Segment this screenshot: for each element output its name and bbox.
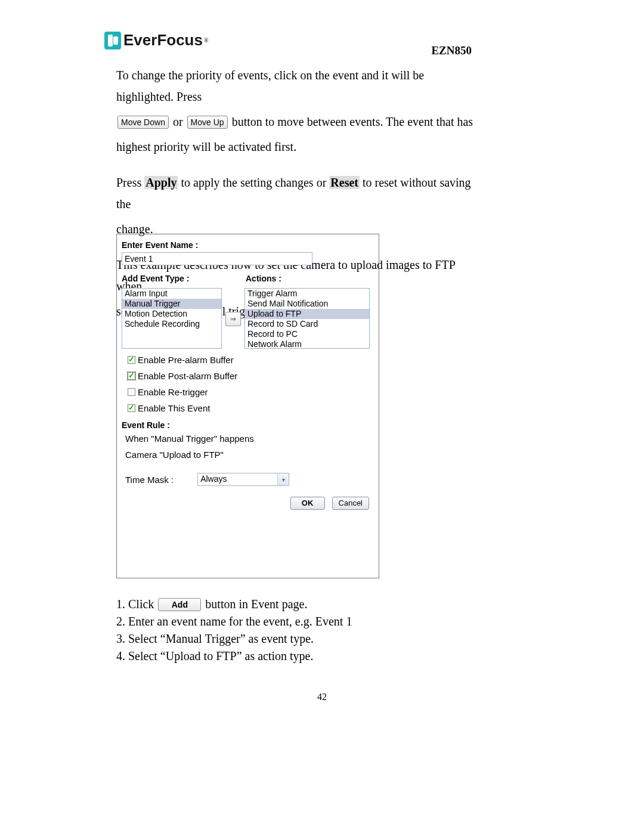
enable-post-alarm-label: Enable Post-alarm Buffer <box>138 371 237 381</box>
event-type-option[interactable]: Manual Trigger <box>122 299 221 309</box>
event-type-option[interactable]: Alarm Input <box>122 289 221 299</box>
brand-logo: EverFocus ® <box>104 31 209 49</box>
event-type-option[interactable]: Motion Detection <box>122 309 221 319</box>
para1-or: or <box>173 115 186 128</box>
step1-a: 1. Click <box>116 597 157 611</box>
action-option[interactable]: Record to SD Card <box>245 319 369 329</box>
step2: 2. Enter an event name for the event, e.… <box>116 614 352 630</box>
enable-post-alarm-checkbox[interactable] <box>128 372 135 380</box>
action-option[interactable]: Record to PC <box>245 329 369 339</box>
actions-label: Actions : <box>246 274 281 283</box>
enable-this-event-checkbox[interactable] <box>128 404 135 412</box>
apply-label: Apply <box>144 176 178 189</box>
para2-b: to apply the setting changes or <box>178 176 329 189</box>
chevron-down-icon: ▾ <box>277 473 289 485</box>
assign-arrow-button[interactable]: ⇒ <box>225 312 241 326</box>
para1-line1: To change the priority of events, click … <box>116 69 424 103</box>
event-rule-line1: When "Manual Trigger" happens <box>125 433 374 444</box>
enable-pre-alarm-label: Enable Pre-alarm Buffer <box>138 355 234 365</box>
reset-label: Reset <box>329 176 360 189</box>
para2-a: Press <box>116 176 144 189</box>
time-mask-select[interactable]: Always ▾ <box>197 473 289 486</box>
enter-event-name-label: Enter Event Name : <box>122 240 374 250</box>
add-button[interactable]: Add <box>158 598 201 611</box>
time-mask-label: Time Mask : <box>125 475 174 485</box>
ok-button[interactable]: OK <box>290 497 325 510</box>
event-dialog: Enter Event Name : Add Event Type : Acti… <box>116 234 379 578</box>
cancel-button[interactable]: Cancel <box>332 497 369 510</box>
enable-pre-alarm-checkbox[interactable] <box>128 356 135 364</box>
add-event-type-label: Add Event Type : <box>122 274 224 283</box>
para1-tail: button to move between events. The event… <box>232 115 473 128</box>
action-option[interactable]: Network Alarm <box>245 339 369 349</box>
instruction-steps: 1. Click Add button in Event page. 2. En… <box>116 596 352 665</box>
step4: 4. Select “Upload to FTP” as action type… <box>116 648 352 664</box>
enable-retrigger-label: Enable Re-trigger <box>138 387 208 397</box>
para1-line3: highest priority will be activated first… <box>116 140 296 153</box>
enable-retrigger-checkbox[interactable] <box>128 388 135 396</box>
page: EverFocus ® EZN850 To change the priorit… <box>0 0 644 833</box>
move-down-button[interactable]: Move Down <box>117 116 169 129</box>
action-option[interactable]: Send Mail Notification <box>245 299 369 309</box>
event-type-listbox[interactable]: Alarm Input Manual Trigger Motion Detect… <box>122 288 222 349</box>
model-number: EZN850 <box>431 44 472 57</box>
page-number: 42 <box>0 692 644 702</box>
registered-mark: ® <box>204 37 209 44</box>
event-rule-label: Event Rule : <box>122 420 374 430</box>
brand-logo-icon <box>104 32 121 49</box>
event-type-option[interactable]: Schedule Recording <box>122 319 221 329</box>
event-name-input[interactable] <box>122 252 312 265</box>
action-option[interactable]: Trigger Alarm <box>245 289 369 299</box>
move-up-button[interactable]: Move Up <box>187 116 228 129</box>
event-rule-line2: Camera "Upload to FTP" <box>125 450 374 460</box>
enable-this-event-label: Enable This Event <box>138 403 210 413</box>
step1-b: button in Event page. <box>205 597 307 611</box>
time-mask-value: Always <box>198 473 277 485</box>
actions-listbox[interactable]: Trigger Alarm Send Mail Notification Upl… <box>244 288 370 349</box>
action-option[interactable]: Upload to FTP <box>245 309 369 319</box>
brand-name: EverFocus <box>123 31 203 49</box>
step3: 3. Select “Manual Trigger” as event type… <box>116 631 352 647</box>
